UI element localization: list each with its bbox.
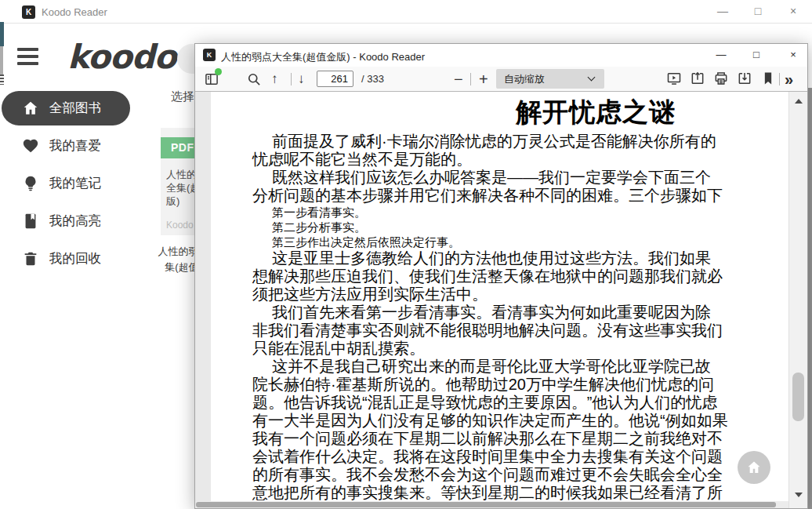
pdf-text-line: 我有一个问题必须在下星期二以前解决那么在下星期二之前我绝对不 <box>252 430 770 448</box>
toolbar-divider <box>779 73 780 85</box>
print-icon[interactable] <box>713 71 729 88</box>
horizontal-scrollbar-thumb[interactable] <box>196 502 776 507</box>
pdf-page: 解开忧虑之谜 前面提及了威利·卡瑞尔消除忧虑的万灵公式是否能解决你所有的忧虑呢不… <box>211 92 788 508</box>
chevron-down-icon <box>588 74 596 82</box>
pdf-text-line: 院长赫伯特·霍基斯所说的。他帮助过20万中学生解决他们忧虑的问 <box>252 376 770 394</box>
koodo-reader-app: K Koodo Reader — □ × koodo 全部图书 我的喜爱 我的笔… <box>0 0 812 509</box>
pdf-toolbar: ↑ ↓ / 333 − + 自动缩放 » <box>195 67 807 92</box>
save-file-icon[interactable] <box>737 71 752 88</box>
reader-window: K 人性的弱点大全集(超值金版) - Koodo Reader — □ × ↑ … <box>194 43 808 509</box>
sidebar-item-highlights[interactable]: 我的高亮 <box>0 204 157 238</box>
app-icon: K <box>22 5 35 19</box>
menu-icon[interactable] <box>17 48 38 65</box>
pdf-text-line: 的所有事实。我不会发愁不会为这个问题而难过更不会失眠会全心全 <box>252 466 770 484</box>
scroll-up-arrow-icon[interactable] <box>795 99 803 104</box>
left-edge-accent <box>0 22 4 46</box>
left-edge-texture <box>0 75 4 85</box>
sidebar-item-favorites[interactable]: 我的喜爱 <box>0 129 157 163</box>
search-icon[interactable] <box>245 71 263 88</box>
pdf-text-line: 第三步作出决定然后依照决定行事。 <box>252 235 770 249</box>
reader-maximize-button[interactable]: □ <box>744 44 769 66</box>
notification-dot <box>215 68 222 75</box>
book-card-source: Koodo <box>166 220 194 231</box>
close-button[interactable]: × <box>780 0 807 23</box>
minimize-button[interactable]: — <box>709 0 736 23</box>
pdf-text-line: 前面提及了威利·卡瑞尔消除忧虑的万灵公式是否能解决你所有的 <box>252 133 770 151</box>
pdf-text-line: 非我们看清楚事实否则就不能很聪明地解决问题。没有这些事实我们 <box>252 322 770 340</box>
pdf-text-line: 题。他告诉我说“混乱正是导致忧虑的主要原因。”他认为人们的忧虑 <box>252 394 770 412</box>
chapter-heading: 解开忧虑之谜 <box>516 95 676 130</box>
koodo-logo: koodo <box>67 38 176 76</box>
home-icon <box>22 100 39 117</box>
zoom-select[interactable]: 自动缩放 <box>496 69 604 89</box>
pdf-text-line: 须把这些方法应用到实际生活中。 <box>252 285 770 304</box>
pdf-text-line: 分析问题的基本步骤并用它们来解决各种不同的困难。三个步骤如下 <box>252 187 770 205</box>
vertical-scrollbar-thumb[interactable] <box>792 373 804 421</box>
toolbar-divider <box>291 73 292 85</box>
pdf-text-line: 意地把所有的事实搜集来。等快到星期二的时候我如果已经看清了所 <box>252 484 770 502</box>
app-titlebar: K Koodo Reader — □ × <box>0 0 812 24</box>
pdf-text-line: 会试着作什么决定。我将在这段时间里集中全力去搜集有关这个问题 <box>252 448 770 466</box>
pdf-text-line: 第一步看清事实。 <box>252 205 770 220</box>
toolbar-divider <box>470 73 471 85</box>
next-page-button[interactable]: ↓ <box>298 67 305 92</box>
pdf-text: 前面提及了威利·卡瑞尔消除忧虑的万灵公式是否能解决你所有的忧虑呢不能它当然不是万… <box>252 133 770 508</box>
bulb-icon <box>22 175 39 192</box>
reader-close-button[interactable]: × <box>781 44 806 66</box>
book-icon <box>22 213 39 230</box>
more-tools-icon[interactable]: » <box>785 67 793 92</box>
pdf-text-line: 想解决那些压迫我们、使我们生活整天像在地狱中的问题那我们就必 <box>252 267 770 285</box>
bookmark-icon[interactable] <box>760 71 776 88</box>
pdf-text-line: 有一大半是因为人们没有足够的知识作决定而产生的。他说“例如如果 <box>252 412 770 430</box>
app-title: Koodo Reader <box>42 6 107 18</box>
page-number-input[interactable] <box>317 71 353 87</box>
maximize-button[interactable]: □ <box>745 0 771 23</box>
open-file-icon[interactable] <box>690 71 705 88</box>
pdf-text-line: 我们首先来看第一步看清事实。看清事实为何如此重要呢因为除 <box>252 304 770 322</box>
pdf-text-line: 既然这样我们应该怎么办呢答案是——我们一定要学会下面三个 <box>252 169 770 187</box>
sidebar-item-trash[interactable]: 我的回收 <box>0 242 157 276</box>
heart-icon <box>22 137 39 155</box>
sidebar-item-notes[interactable]: 我的笔记 <box>0 166 157 201</box>
pdf-text-line: 忧虑呢不能它当然不是万能的。 <box>252 151 770 169</box>
toolbar-right-icons <box>666 71 776 88</box>
scroll-down-arrow-icon[interactable] <box>795 493 803 497</box>
sidebar-toggle-icon[interactable] <box>203 71 220 88</box>
vertical-scrollbar[interactable] <box>788 92 807 508</box>
zoom-select-value: 自动缩放 <box>504 69 545 89</box>
pdf-text-line: 只能在混乱中胡乱摸索。 <box>252 340 770 358</box>
sidebar-item-all-books[interactable]: 全部图书 <box>2 91 130 125</box>
reader-window-title: 人性的弱点大全集(超值金版) - Koodo Reader <box>221 50 425 64</box>
sidebar: 全部图书 我的喜爱 我的笔记 我的高亮 我的回收 <box>0 91 157 279</box>
pdf-content-area: 解开忧虑之谜 前面提及了威利·卡瑞尔消除忧虑的万灵公式是否能解决你所有的忧虑呢不… <box>195 92 807 508</box>
horizontal-scrollbar[interactable] <box>195 501 788 508</box>
page-total-label: / 333 <box>361 67 384 92</box>
presentation-mode-icon[interactable] <box>666 71 682 88</box>
previous-page-button[interactable]: ↑ <box>271 67 278 92</box>
trash-icon <box>22 250 39 267</box>
left-scrollbar-thumb[interactable] <box>0 46 3 75</box>
pdf-text-line: 这是亚里士多德教给人们的方法他也使用过这些方法。我们如果 <box>252 249 770 267</box>
select-mode-button[interactable]: 选择 <box>171 89 194 104</box>
pdf-text-line: 第二步分析事实。 <box>252 220 770 235</box>
reader-titlebar: K 人性的弱点大全集(超值金版) - Koodo Reader — □ × <box>195 44 807 67</box>
zoom-in-button[interactable]: + <box>479 67 488 92</box>
reader-app-icon: K <box>203 49 216 61</box>
zoom-out-button[interactable]: − <box>454 67 463 92</box>
back-to-library-button[interactable] <box>738 451 770 484</box>
pdf-text-line: 这并不是我自己研究出来的而是哥伦比亚大学哥伦比亚学院已故 <box>252 358 770 376</box>
reader-minimize-button[interactable]: — <box>709 44 734 66</box>
